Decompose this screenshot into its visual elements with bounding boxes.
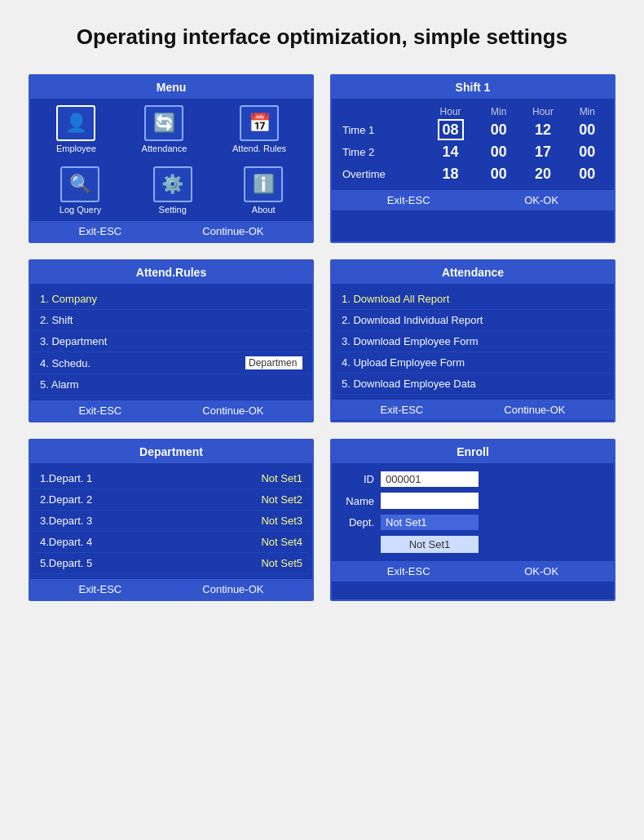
time2-m2: 00 — [567, 141, 607, 163]
attend-rules-item-3-text: 4. Schedu. — [40, 357, 90, 369]
time2-m1: 00 — [479, 141, 518, 163]
col-hour2: Hour — [518, 104, 567, 119]
attendance-icon: 🔄 — [144, 105, 183, 141]
employee-icon: 👤 — [56, 105, 95, 141]
time2-h1: 14 — [422, 141, 479, 163]
dept-item-3[interactable]: 4.Depart. 4 Not Set4 — [33, 532, 309, 553]
department-header: Department — [30, 440, 312, 463]
dept-item-4[interactable]: 5.Depart. 5 Not Set5 — [33, 553, 309, 574]
menu-item-about[interactable]: ℹ️ About — [244, 166, 283, 214]
time1-h1: 08 — [422, 119, 479, 141]
enroll-dept-row: Dept. Not Set1 — [343, 515, 602, 530]
time1-m1: 00 — [479, 119, 518, 141]
menu-panel: Menu 👤 Employee 🔄 Attendance 📅 Attend. R… — [29, 74, 314, 243]
overtime-m2: 00 — [567, 163, 607, 185]
overtime-h1: 18 — [422, 163, 479, 185]
enroll-body: ID 000001 Name Dept. Not Set1 Not Set1 — [332, 463, 614, 561]
attendance-item-4-text: 5. Download Employee Data — [342, 378, 476, 390]
attendance-body: 1. Download All Report 2. Download Indiv… — [332, 284, 614, 400]
attendance-item-4[interactable]: 5. Download Employee Data — [335, 374, 611, 395]
menu-continue-btn[interactable]: Continue-OK — [202, 225, 263, 237]
attend-rules-label: Attend. Rules — [232, 144, 286, 153]
enroll-id-input[interactable]: 000001 — [381, 471, 479, 487]
attendance-panel: Attendance 1. Download All Report 2. Dow… — [330, 259, 615, 422]
col-min2: Min — [567, 104, 607, 119]
time1-label: Time 1 — [338, 119, 422, 141]
attend-rules-item-1[interactable]: 2. Shift — [33, 310, 309, 331]
employee-label: Employee — [56, 144, 96, 153]
attendance-continue-btn[interactable]: Continue-OK — [504, 404, 565, 416]
attend-rules-item-4-text: 5. Alarm — [40, 378, 79, 391]
enroll-name-input[interactable] — [381, 493, 479, 509]
menu-icons-row2: 🔍 Log Query ⚙️ Setting ℹ️ About — [30, 160, 312, 221]
attendance-item-2-text: 3. Download Employee Form — [342, 335, 479, 347]
enroll-id-label: ID — [343, 473, 374, 485]
enroll-dept-label: Dept. — [343, 516, 374, 528]
attend-rules-icon: 📅 — [240, 105, 279, 141]
shift-time1-row: Time 1 08 00 12 00 — [338, 119, 607, 141]
department-continue-btn[interactable]: Continue-OK — [202, 583, 263, 595]
shift-panel: Shift 1 Hour Min Hour Min Time 1 08 00 1… — [330, 74, 615, 243]
attendance-item-2[interactable]: 3. Download Employee Form — [335, 331, 611, 352]
menu-item-log-query[interactable]: 🔍 Log Query — [60, 166, 101, 214]
attend-rules-body: 1. Company 2. Shift 3. Department 4. Sch… — [30, 284, 312, 400]
time2-label: Time 2 — [338, 141, 422, 163]
attend-rules-item-1-text: 2. Shift — [40, 314, 73, 326]
attendance-item-3-text: 4. Upload Employee Form — [342, 356, 465, 369]
attendance-footer: Exit-ESC Continue-OK — [332, 400, 614, 420]
shift-overtime-row: Overtime 18 00 20 00 — [338, 163, 607, 185]
enroll-ok-btn[interactable]: OK-OK — [524, 565, 558, 577]
about-label: About — [252, 205, 276, 214]
attendance-item-1[interactable]: 2. Download Individual Report — [335, 310, 611, 331]
enroll-dept-dropdown[interactable]: Not Set1 — [381, 515, 479, 530]
attend-rules-item-0-text: 1. Company — [40, 293, 97, 305]
menu-item-attendance[interactable]: 🔄 Attendance — [142, 105, 187, 153]
dept-item-0-value: Not Set1 — [261, 472, 302, 484]
shift-footer: Exit-ESC OK-OK — [332, 190, 614, 210]
department-footer: Exit-ESC Continue-OK — [30, 579, 312, 599]
enroll-header: Enroll — [332, 440, 614, 463]
shift-table: Hour Min Hour Min Time 1 08 00 12 00 Tim… — [338, 104, 607, 185]
enroll-name-row: Name — [343, 493, 602, 509]
dept-item-1-value: Not Set2 — [261, 493, 302, 506]
shift-ok-btn[interactable]: OK-OK — [524, 194, 558, 206]
attend-rules-item-0[interactable]: 1. Company — [33, 289, 309, 310]
dept-item-0-label: 1.Depart. 1 — [40, 472, 92, 484]
dept-item-0[interactable]: 1.Depart. 1 Not Set1 — [33, 468, 309, 489]
main-grid: Menu 👤 Employee 🔄 Attendance 📅 Attend. R… — [29, 74, 615, 601]
about-icon: ℹ️ — [244, 166, 283, 202]
attendance-item-0[interactable]: 1. Download All Report — [335, 289, 611, 310]
attend-rules-continue-btn[interactable]: Continue-OK — [202, 405, 263, 417]
menu-exit-btn[interactable]: Exit-ESC — [79, 225, 122, 237]
attend-rules-panel: Attend.Rules 1. Company 2. Shift 3. Depa… — [29, 259, 314, 422]
shift-exit-btn[interactable]: Exit-ESC — [387, 194, 430, 206]
enroll-exit-btn[interactable]: Exit-ESC — [387, 565, 430, 577]
dept-item-3-label: 4.Depart. 4 — [40, 536, 92, 548]
dept-item-2-label: 3.Depart. 3 — [40, 515, 92, 527]
attend-rules-item-3[interactable]: 4. Schedu. Departmen — [33, 352, 309, 374]
attend-rules-item-4[interactable]: 5. Alarm — [33, 374, 309, 396]
enroll-option-row: Not Set1 — [343, 536, 602, 553]
attend-rules-exit-btn[interactable]: Exit-ESC — [79, 405, 122, 417]
time1-h2: 12 — [518, 119, 567, 141]
attend-rules-dept-input[interactable]: Departmen — [245, 356, 302, 369]
enroll-panel: Enroll ID 000001 Name Dept. Not Set1 Not… — [330, 439, 615, 601]
setting-label: Setting — [159, 205, 187, 214]
attendance-label: Attendance — [142, 144, 187, 153]
dept-item-2[interactable]: 3.Depart. 3 Not Set3 — [33, 511, 309, 532]
enroll-name-label: Name — [343, 495, 374, 507]
attendance-item-1-text: 2. Download Individual Report — [342, 314, 483, 326]
enroll-id-row: ID 000001 — [343, 471, 602, 487]
attendance-exit-btn[interactable]: Exit-ESC — [381, 404, 424, 416]
attendance-item-3[interactable]: 4. Upload Employee Form — [335, 352, 611, 374]
menu-item-setting[interactable]: ⚙️ Setting — [153, 166, 192, 214]
department-exit-btn[interactable]: Exit-ESC — [79, 583, 122, 595]
attend-rules-item-2[interactable]: 3. Department — [33, 331, 309, 352]
attend-rules-item-2-text: 3. Department — [40, 335, 107, 347]
dept-item-1[interactable]: 2.Depart. 2 Not Set2 — [33, 489, 309, 511]
page-title: Operating interface optimization, simple… — [77, 24, 567, 50]
enroll-option-item[interactable]: Not Set1 — [381, 536, 479, 553]
menu-item-employee[interactable]: 👤 Employee — [56, 105, 96, 153]
menu-item-attend-rules[interactable]: 📅 Attend. Rules — [232, 105, 286, 153]
dept-item-2-value: Not Set3 — [261, 515, 302, 527]
